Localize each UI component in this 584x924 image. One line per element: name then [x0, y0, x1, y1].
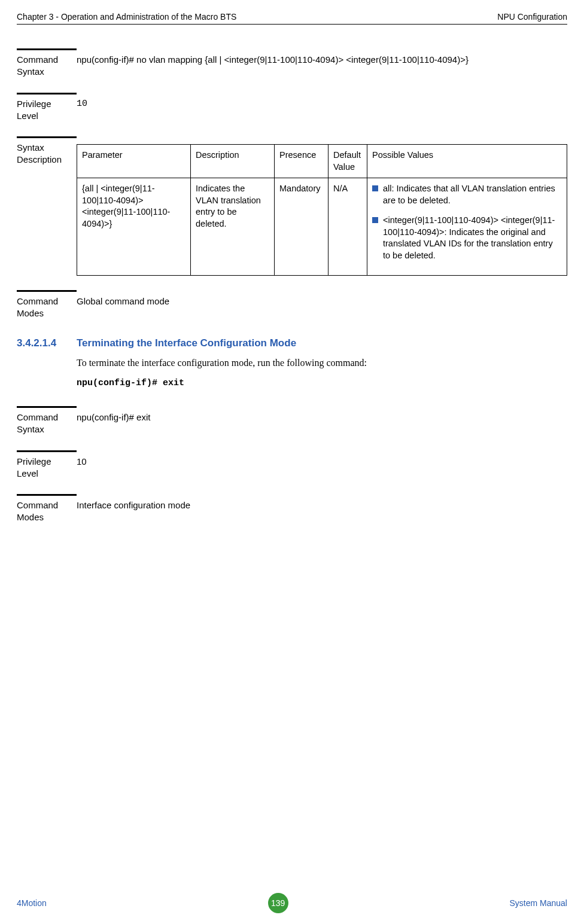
- col-possible-values: Possible Values: [367, 145, 567, 178]
- label-privilege-level: Privilege Level: [17, 450, 77, 480]
- table-row: {all | <integer(9|11-100|110-4094)> <int…: [77, 178, 567, 275]
- label-command-modes: Command Modes: [17, 494, 77, 524]
- body-intro-text: To terminate the interface configuration…: [77, 358, 567, 368]
- header-right: NPU Configuration: [497, 12, 567, 22]
- label-command-syntax: Command Syntax: [17, 48, 77, 78]
- value-privilege-level: 10: [77, 450, 567, 480]
- cell-default: N/A: [328, 178, 367, 275]
- table-header-row: Parameter Description Presence Default V…: [77, 145, 567, 178]
- value-command-modes: Interface configuration mode: [77, 494, 567, 524]
- syntax-table-wrap: Parameter Description Presence Default V…: [77, 136, 567, 276]
- heading-title: Terminating the Interface Configuration …: [77, 337, 296, 349]
- section-privilege-level-2: Privilege Level 10: [17, 450, 567, 480]
- col-description: Description: [191, 145, 275, 178]
- section-heading: 3.4.2.1.4 Terminating the Interface Conf…: [17, 337, 567, 349]
- syntax-table: Parameter Description Presence Default V…: [77, 144, 567, 276]
- bullet-text: <integer(9|11-100|110-4094)> <integer(9|…: [383, 215, 562, 261]
- value-command-modes: Global command mode: [77, 290, 567, 320]
- cell-parameter: {all | <integer(9|11-100|110-4094)> <int…: [77, 178, 191, 275]
- section-syntax-description: Syntax Description Parameter Description…: [17, 136, 567, 276]
- footer-left: 4Motion: [17, 898, 47, 908]
- bullet-square-icon: [372, 185, 378, 191]
- col-parameter: Parameter: [77, 145, 191, 178]
- section-command-syntax-1: Command Syntax npu(config-if)# no vlan m…: [17, 48, 567, 78]
- cell-possible-values: all: Indicates that all VLAN translation…: [367, 178, 567, 275]
- col-presence: Presence: [275, 145, 328, 178]
- value-privilege-level: 10: [77, 93, 567, 123]
- label-command-syntax: Command Syntax: [17, 406, 77, 436]
- bullet-square-icon: [372, 217, 378, 223]
- footer-right: System Manual: [510, 898, 567, 908]
- cell-presence: Mandatory: [275, 178, 328, 275]
- page-number-badge: 139: [268, 893, 288, 913]
- command-example: npu(config-if)# exit: [77, 378, 567, 388]
- section-command-syntax-2: Command Syntax npu(config-if)# exit: [17, 406, 567, 436]
- header-rule: [17, 24, 567, 25]
- page-header: Chapter 3 - Operation and Administration…: [17, 12, 567, 22]
- bullet-item-integer: <integer(9|11-100|110-4094)> <integer(9|…: [372, 215, 562, 261]
- bullet-item-all: all: Indicates that all VLAN translation…: [372, 183, 562, 206]
- bullet-text: all: Indicates that all VLAN translation…: [383, 183, 562, 206]
- label-command-modes: Command Modes: [17, 290, 77, 320]
- value-command-syntax: npu(config-if)# exit: [77, 406, 567, 436]
- section-privilege-level-1: Privilege Level 10: [17, 93, 567, 123]
- label-syntax-description: Syntax Description: [17, 136, 77, 276]
- page-footer: 4Motion 139 System Manual: [17, 893, 567, 913]
- cell-description: Indicates the VLAN translation entry to …: [191, 178, 275, 275]
- value-command-syntax: npu(config-if)# no vlan mapping {all | <…: [77, 48, 567, 78]
- col-default-value: Default Value: [328, 145, 367, 178]
- header-left: Chapter 3 - Operation and Administration…: [17, 12, 236, 22]
- section-command-modes-1: Command Modes Global command mode: [17, 290, 567, 320]
- section-command-modes-2: Command Modes Interface configuration mo…: [17, 494, 567, 524]
- label-privilege-level: Privilege Level: [17, 93, 77, 123]
- heading-number: 3.4.2.1.4: [17, 337, 77, 349]
